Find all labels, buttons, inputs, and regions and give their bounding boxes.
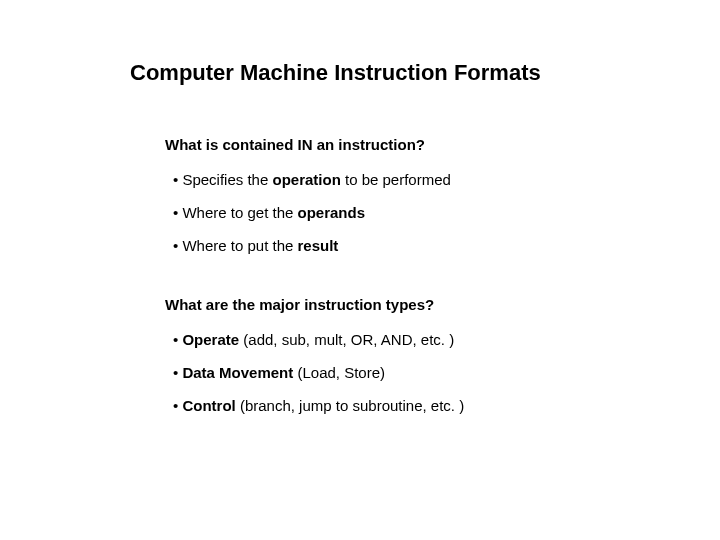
question-1: What is contained IN an instruction? [165,136,720,153]
bullet-1-2: Where to get the operands [165,204,720,221]
bullet-2-1: Operate (add, sub, mult, OR, AND, etc. ) [165,331,720,348]
bullet-1-3: Where to put the result [165,237,720,254]
question-2: What are the major instruction types? [165,296,720,313]
slide-title: Computer Machine Instruction Formats [0,60,720,86]
bullet-1-1: Specifies the operation to be performed [165,171,720,188]
slide-content: What is contained IN an instruction? Spe… [0,136,720,414]
bullet-2-2: Data Movement (Load, Store) [165,364,720,381]
bullet-2-3: Control (branch, jump to subroutine, etc… [165,397,720,414]
